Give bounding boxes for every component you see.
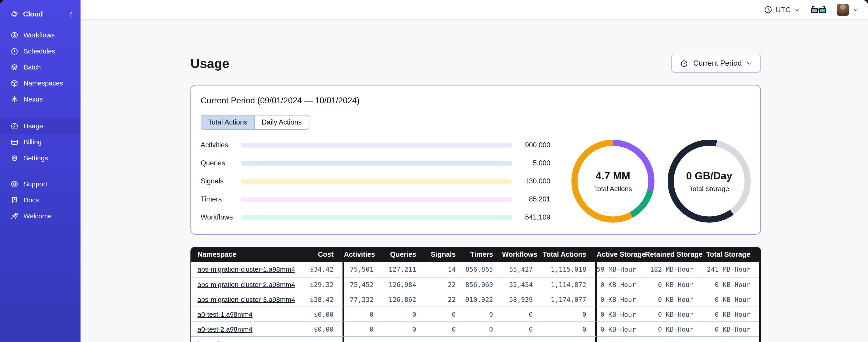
topbar: UTC	[81, 0, 868, 20]
namespace-link[interactable]: a0-test-1.a98mm4	[197, 311, 252, 318]
cell-cost: $0.00	[290, 321, 344, 336]
namespace-link[interactable]: abs-migration-cluster-3.a98mm4	[197, 296, 295, 303]
cell-signals: 22	[425, 277, 465, 292]
sidebar-item-workflows[interactable]: Workflows	[0, 27, 80, 43]
cell-retained-storage: 0 KB-Hour	[645, 336, 703, 342]
namespaces-cube-icon	[10, 79, 19, 87]
usage-donuts: 4.7 MMTotal Actions0 GB/DayTotal Storage	[571, 140, 751, 223]
schedules-icon	[10, 47, 19, 55]
table-row: bk-worker-test.a98mm4$0.000000110 KB-Hou…	[191, 336, 759, 342]
bar-track	[241, 143, 513, 147]
donut-center: 4.7 MMTotal Actions	[571, 140, 654, 223]
table-row: a0-test-2.a98mm4$0.000000000 KB-Hour0 KB…	[191, 321, 759, 336]
bar-label: Timers	[200, 195, 241, 203]
cell-activities: 0	[344, 307, 382, 321]
column-header-queries: Queries	[382, 247, 425, 262]
sidebar-item-welcome[interactable]: Welcome	[0, 208, 80, 224]
column-header-timers: Timers	[465, 247, 502, 262]
cell-active-storage: 0 KB-Hour	[597, 336, 645, 342]
sidebar-item-support[interactable]: Support	[0, 176, 80, 192]
cell-signals: 0	[425, 336, 465, 342]
sidebar-item-schedules[interactable]: Schedules	[0, 43, 80, 59]
sidebar-item-label: Usage	[24, 122, 43, 130]
sidebar-item-label: Schedules	[24, 47, 55, 55]
dev-glasses-icon[interactable]	[811, 5, 827, 15]
sidebar: Cloud WorkflowsSchedulesBatchNamespacesN…	[0, 0, 81, 342]
bar-track	[241, 179, 513, 184]
sidebar-item-billing[interactable]: Billing	[0, 134, 80, 150]
period-selector-button[interactable]: Current Period	[671, 54, 761, 73]
cell-signals: 0	[425, 321, 465, 336]
cell-retained-storage: 0 KB-Hour	[645, 321, 703, 336]
cell-signals: 0	[425, 307, 465, 321]
cell-workflows: 55,427	[502, 262, 542, 277]
bar-track	[241, 161, 513, 166]
cell-activities: 75,452	[344, 277, 382, 292]
cell-total-actions: 1,114,872	[542, 277, 597, 292]
sidebar-item-nexus[interactable]: Nexus	[0, 91, 80, 107]
sidebar-item-settings[interactable]: Settings	[0, 150, 80, 166]
sidebar-item-label: Workflows	[24, 31, 55, 39]
sidebar-nav-main: WorkflowsSchedulesBatchNamespacesNexus	[0, 27, 80, 107]
docs-book-icon	[10, 196, 19, 204]
donut-center: 0 GB/DayTotal Storage	[668, 140, 751, 223]
cell-cost: $0.00	[290, 307, 344, 321]
chevron-down-icon	[794, 6, 800, 13]
cell-timers: 0	[465, 336, 502, 342]
cell-timers: 856,865	[465, 262, 502, 277]
column-header-workflows: Workflows	[502, 247, 542, 262]
cell-workflows: 58,939	[502, 292, 542, 307]
column-header-active-storage: Active Storage	[597, 247, 645, 262]
sidebar-item-label: Nexus	[24, 95, 43, 103]
table-header-row: NamespaceCostActivitiesQueriesSignalsTim…	[191, 247, 759, 262]
namespace-link[interactable]: abs-migration-cluster-1.a98mm4	[197, 266, 295, 273]
bar-label: Signals	[200, 177, 241, 185]
batch-layers-icon	[10, 63, 19, 71]
cell-retained-storage: 0 KB-Hour	[645, 307, 703, 321]
brand-label: Cloud	[23, 10, 67, 18]
donut-value: 0 GB/Day	[686, 170, 733, 182]
sidebar-item-label: Support	[24, 180, 47, 188]
cell-queries: 126,984	[382, 277, 425, 292]
cell-active-storage: 0 KB-Hour	[597, 277, 645, 292]
bar-row-signals: Signals130,000	[200, 177, 550, 185]
namespace-link[interactable]: bk-worker-test.a98mm4	[197, 340, 269, 342]
sidebar-nav-account: UsageBillingSettings	[0, 118, 80, 166]
bar-value: 900,000	[513, 141, 550, 149]
cell-active-storage: 0 KB-Hour	[597, 307, 645, 321]
donut-subtitle: Total Storage	[689, 185, 729, 193]
cell-total-actions: 1,174,077	[542, 292, 597, 307]
sidebar-item-batch[interactable]: Batch	[0, 59, 80, 75]
cell-total-actions: 0	[542, 321, 597, 336]
sidebar-item-usage[interactable]: Usage	[0, 118, 80, 134]
namespace-link[interactable]: abs-migration-cluster-2.a98mm4	[197, 281, 295, 288]
cell-timers: 856,960	[465, 277, 502, 292]
sidebar-collapse-button[interactable]	[67, 11, 74, 18]
table-row: abs-migration-cluster-3.a98mm4$38.4277,3…	[191, 292, 759, 307]
cell-queries: 0	[382, 321, 425, 336]
app-window: Cloud WorkflowsSchedulesBatchNamespacesN…	[0, 0, 868, 342]
brand-row: Cloud	[0, 0, 80, 25]
user-avatar[interactable]	[837, 4, 849, 16]
donut-value: 4.7 MM	[595, 170, 630, 182]
sidebar-item-docs[interactable]: Docs	[0, 192, 80, 208]
timezone-select[interactable]: UTC	[764, 5, 800, 14]
table-row: a0-test-1.a98mm4$0.000000000 KB-Hour0 KB…	[191, 307, 759, 321]
usage-bar-chart: Activities900,000Queries5,000Signals130,…	[200, 141, 550, 221]
bar-value: 130,000	[513, 177, 550, 185]
bar-track	[241, 215, 513, 220]
namespace-usage-table: NamespaceCostActivitiesQueriesSignalsTim…	[190, 247, 761, 342]
namespace-link[interactable]: a0-test-2.a98mm4	[197, 326, 252, 333]
cell-workflows: 0	[502, 321, 542, 336]
main-column: UTC Usage Current Period Current Period …	[81, 0, 868, 342]
sidebar-item-namespaces[interactable]: Namespaces	[0, 75, 80, 91]
tab-daily-actions[interactable]: Daily Actions	[255, 115, 308, 129]
sidebar-item-label: Welcome	[24, 212, 52, 220]
chevron-down-icon	[746, 60, 752, 66]
tab-total-actions[interactable]: Total Actions	[201, 115, 255, 129]
cell-workflows: 0	[502, 307, 542, 321]
cell-active-storage: 0 KB-Hour	[597, 321, 645, 336]
account-menu[interactable]	[837, 4, 859, 16]
support-lifebuoy-icon	[10, 180, 19, 188]
cell-cost: $29.32	[290, 277, 344, 292]
